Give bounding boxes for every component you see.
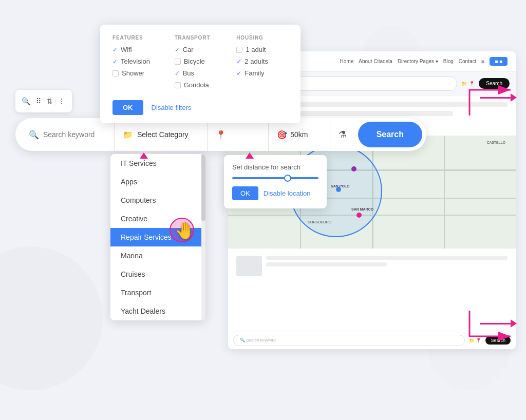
map-road-6 [444, 136, 445, 249]
toolbar-more-icon[interactable]: ⋮ [58, 97, 65, 105]
dropdown-scrollbar-thumb [201, 154, 205, 221]
category-cruises[interactable]: Cruises [110, 265, 205, 283]
bicycle-label: Bicycle [184, 58, 205, 65]
filter-bicycle: Bicycle [175, 58, 227, 65]
distance-slider-thumb[interactable] [284, 175, 291, 182]
filter-gondola: Gondola [175, 81, 227, 89]
shower-checkbox[interactable] [112, 70, 119, 77]
filter-shower: Shower [112, 69, 164, 77]
filter-funnel-icon: ⚗ [339, 129, 347, 140]
1adult-label: 1 adult [246, 46, 266, 53]
category-apps[interactable]: Apps [110, 173, 205, 191]
folder-icon: 📁 [123, 130, 133, 140]
car-label: Car [183, 46, 194, 53]
bicycle-checkbox[interactable] [175, 59, 181, 65]
nav-contact: Contact [459, 59, 476, 64]
toolbar-arrows-icon[interactable]: ⇅ [47, 97, 53, 105]
family-label: Family [245, 69, 264, 77]
gondola-checkbox[interactable] [175, 82, 181, 88]
distance-slider[interactable] [232, 177, 318, 179]
listing-row-1 [236, 256, 508, 276]
map-label-5: DORSODURO [308, 220, 331, 224]
filter-ok-button[interactable]: OK [112, 100, 143, 115]
transport-title: TRANSPORT [175, 35, 227, 41]
category-placeholder: Select Category [137, 130, 189, 139]
listing-line-1a [266, 256, 508, 260]
housing-column: HOUSING 1 adult ✓ 2 adults ✓ Family [236, 35, 288, 93]
search-keyword-input[interactable] [43, 130, 105, 139]
nav-blog: Blog [443, 59, 454, 64]
mockup-content-bottom [228, 251, 516, 285]
nav-about: About Citadela [359, 59, 392, 64]
1adult-checkbox[interactable] [236, 47, 242, 53]
arrow-up-category [140, 152, 148, 159]
toolbar-widget: 🔍 ⠿ ⇅ ⋮ [15, 90, 72, 112]
mockup-nav-button[interactable]: ■ ■ [490, 57, 508, 66]
filter-television: ✓ Television [112, 58, 164, 65]
listing-thumb-1 [236, 256, 262, 276]
distance-ok-button[interactable]: OK [232, 186, 258, 200]
arrow-up-distance [246, 152, 254, 159]
filter-car: ✓ Car [175, 46, 227, 53]
category-marina[interactable]: Marina [110, 246, 205, 265]
listing-line-1b [266, 262, 387, 266]
toolbar-search-icon[interactable]: 🔍 [22, 97, 30, 105]
arrow-l-top [459, 80, 521, 121]
location-pin-icon: 📍 [216, 130, 226, 140]
distance-icon: 🎯 [277, 130, 287, 140]
listing-lines-1 [266, 256, 508, 276]
category-transport[interactable]: Transport [110, 283, 205, 302]
filter-wifi: ✓ Wifi [112, 46, 164, 53]
toolbar-divider-2 [44, 96, 44, 106]
shower-label: Shower [122, 69, 144, 77]
gondola-label: Gondola [184, 81, 209, 89]
distance-popup-title: Set distance for search [232, 163, 318, 171]
disable-location-link[interactable]: Disable location [264, 189, 311, 197]
bus-check: ✓ [175, 70, 180, 77]
disable-filters-link[interactable]: Disable filters [152, 104, 192, 111]
map-pin-2 [351, 166, 356, 171]
family-check: ✓ [236, 70, 241, 77]
features-column: FEATURES ✓ Wifi ✓ Television Shower [112, 35, 164, 93]
filter-modal-footer: OK Disable filters [112, 100, 288, 115]
map-label-3: SAN POLO [331, 184, 350, 188]
toolbar-divider-1 [33, 96, 33, 106]
filter-modal: FEATURES ✓ Wifi ✓ Television Shower TRAN… [100, 25, 300, 123]
map-label-4: SAN MARCO [351, 207, 373, 211]
arrow-l-bottom [459, 306, 521, 347]
distance-popup: Set distance for search OK Disable locat… [224, 155, 327, 208]
filter-modal-columns: FEATURES ✓ Wifi ✓ Television Shower TRAN… [112, 35, 288, 93]
wifi-label: Wifi [121, 46, 132, 53]
features-title: FEATURES [112, 35, 164, 41]
nav-directory: Directory Pages ▾ [398, 59, 438, 64]
toolbar-grid-icon[interactable]: ⠿ [36, 97, 41, 105]
search-icon: 🔍 [29, 130, 39, 140]
transport-column: TRANSPORT ✓ Car Bicycle ✓ Bus Gondola [175, 35, 227, 93]
distance-popup-buttons: OK Disable location [232, 186, 318, 200]
mockup-nav-links: Home About Citadela Directory Pages ▾ Bl… [340, 57, 508, 66]
filter-1adult: 1 adult [236, 46, 288, 53]
filter-family: ✓ Family [236, 69, 288, 77]
search-button[interactable]: Search [358, 122, 422, 147]
toolbar-divider-3 [55, 96, 56, 106]
category-yacht-dealers[interactable]: Yacht Dealers [110, 302, 205, 320]
bg-circle-1 [0, 246, 103, 390]
wifi-check: ✓ [112, 46, 118, 53]
map-label-6: CASTELLO [486, 141, 505, 144]
distance-value: 50km [290, 130, 308, 139]
category-computers[interactable]: Computers [110, 191, 205, 209]
housing-title: HOUSING [236, 35, 288, 41]
cursor-hand: 🤚 [175, 221, 195, 240]
mockup-bottom-search-input: 🔍 Search keyword [233, 335, 465, 346]
nav-menu-icon: ≡ [481, 59, 484, 64]
2adults-check: ✓ [236, 58, 241, 65]
nav-home: Home [340, 59, 354, 64]
category-it-services[interactable]: IT Services [110, 154, 205, 173]
2adults-label: 2 adults [245, 58, 268, 65]
television-label: Television [121, 58, 150, 65]
search-keyword-field[interactable]: 🔍 [20, 118, 115, 151]
filter-2adults: ✓ 2 adults [236, 58, 288, 65]
filter-button[interactable]: ⚗ [330, 118, 355, 151]
car-check: ✓ [175, 46, 180, 53]
filter-bus: ✓ Bus [175, 69, 227, 77]
